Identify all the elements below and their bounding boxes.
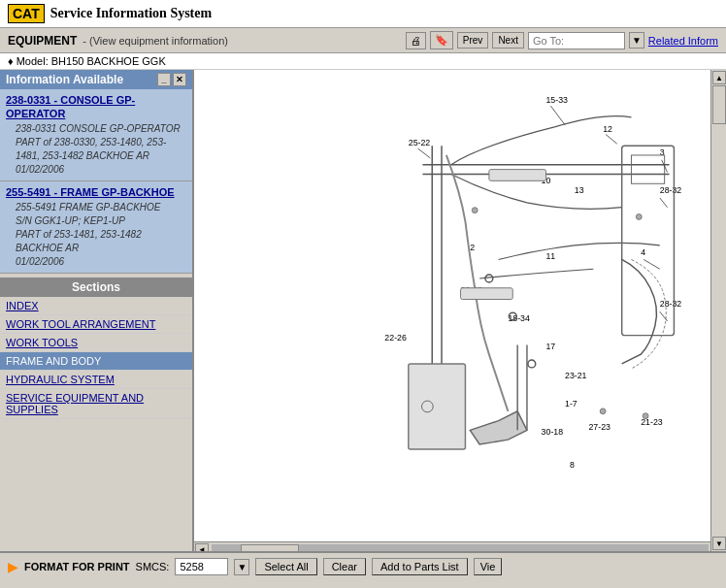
horizontal-scrollbar[interactable]: ◄ ►: [194, 541, 726, 551]
item2-detail-text: 255-5491 FRAME GP-BACKHOE: [16, 202, 161, 212]
svg-text:15-33: 15-33: [546, 95, 569, 105]
diagram-container[interactable]: 15-33 12 3 25-22 10 13 28-32 2 11 20-32 …: [194, 70, 726, 541]
svg-text:28-32: 28-32: [660, 299, 682, 309]
item2-part-of: PART of 253-1481, 253-1482 BACKHOE AR: [16, 229, 142, 253]
next-button[interactable]: Next: [492, 32, 524, 49]
nav-index[interactable]: INDEX: [0, 297, 192, 315]
svg-point-41: [600, 408, 606, 414]
item2-sn: S/N GGK1-UP; KEP1-UP: [16, 215, 125, 226]
nav-work-tool-arrangement[interactable]: WORK TOOL ARRANGEMENT: [0, 315, 192, 334]
toolbar: EQUIPMENT - (View equipment information)…: [0, 28, 726, 53]
minimize-btn[interactable]: _: [157, 73, 171, 86]
equipment-label: EQUIPMENT: [8, 34, 77, 48]
parts-diagram: 15-33 12 3 25-22 10 13 28-32 2 11 20-32 …: [194, 70, 689, 487]
svg-text:25-22: 25-22: [409, 138, 431, 147]
goto-dropdown-btn[interactable]: ▼: [629, 32, 644, 49]
prev-button[interactable]: Prev: [457, 32, 489, 49]
svg-rect-31: [409, 364, 466, 449]
svg-text:21-23: 21-23: [641, 417, 663, 427]
svg-point-38: [472, 208, 478, 213]
model-row: ♦ Model: BH150 BACKHOE GGK: [0, 53, 726, 70]
svg-text:17: 17: [546, 342, 556, 351]
svg-text:18-34: 18-34: [508, 313, 530, 323]
print-icon-btn[interactable]: 🖨: [406, 32, 426, 49]
scroll-down-btn[interactable]: ▼: [712, 537, 726, 550]
item2-date: 01/02/2006: [16, 256, 64, 267]
view-button[interactable]: Vie: [474, 558, 503, 575]
item1-detail-text: 238-0331 CONSOLE GP-OPERATOR: [16, 123, 181, 134]
item2-detail: 255-5491 FRAME GP-BACKHOE S/N GGK1-UP; K…: [6, 201, 186, 269]
svg-text:2: 2: [470, 243, 475, 252]
nav-work-tools[interactable]: WORK TOOLS: [0, 334, 192, 352]
svg-text:4: 4: [641, 247, 645, 257]
item1-link[interactable]: 238-0331 - CONSOLE GP-OPERATOR: [6, 94, 135, 119]
add-to-parts-button[interactable]: Add to Parts List: [372, 558, 468, 575]
bottom-bar: ▶ FORMAT FOR PRINT SMCS: ▼ Select All Cl…: [0, 551, 726, 580]
svg-text:22-26: 22-26: [384, 333, 407, 343]
v-scroll-thumb[interactable]: [712, 85, 726, 124]
vertical-scrollbar[interactable]: ▲ ▼: [710, 70, 726, 551]
model-prefix: ♦ Model:: [8, 55, 49, 67]
item1-part-of: PART of 238-0330, 253-1480, 253-1481, 25…: [16, 137, 166, 161]
smcs-dropdown-btn[interactable]: ▼: [234, 559, 249, 575]
nav-service-equip[interactable]: SERVICE EQUIPMENT AND SUPPLIES: [0, 389, 192, 419]
right-panel: 15-33 12 3 25-22 10 13 28-32 2 11 20-32 …: [194, 70, 726, 551]
goto-input[interactable]: [528, 32, 625, 49]
svg-text:8: 8: [570, 460, 575, 470]
svg-text:28-32: 28-32: [660, 185, 682, 195]
view-info-text: - (View equipment information): [82, 35, 228, 47]
main-content: Information Available _ ✕ 238-0331 - CON…: [0, 70, 726, 551]
info-item-2: 255-5491 - FRAME GP-BACKHOE 255-5491 FRA…: [0, 181, 192, 274]
bookmark-icon-btn[interactable]: 🔖: [430, 31, 453, 49]
panel-close-btns: _ ✕: [157, 73, 186, 86]
svg-text:11: 11: [546, 251, 556, 261]
svg-text:12: 12: [603, 124, 612, 134]
cat-logo: CAT: [8, 4, 45, 23]
item1-detail: 238-0331 CONSOLE GP-OPERATOR PART of 238…: [6, 122, 186, 177]
system-title: Service Information System: [50, 6, 212, 21]
header: CAT Service Information System: [0, 0, 726, 28]
panel-header: Information Available _ ✕: [0, 70, 192, 89]
related-info-link[interactable]: Related Inform: [648, 35, 718, 47]
svg-text:13: 13: [575, 185, 584, 195]
nav-frame-body[interactable]: FRAME AND BODY: [0, 352, 192, 371]
h-scroll-thumb[interactable]: [241, 544, 299, 552]
clear-button[interactable]: Clear: [323, 558, 366, 575]
svg-text:1-7: 1-7: [565, 399, 578, 408]
h-scroll-track[interactable]: [212, 544, 709, 552]
left-panel: Information Available _ ✕ 238-0331 - CON…: [0, 70, 194, 551]
smcs-input[interactable]: [175, 558, 228, 575]
nav-hydraulic[interactable]: HYDRAULIC SYSTEM: [0, 371, 192, 389]
svg-rect-29: [489, 170, 546, 181]
scroll-up-btn[interactable]: ▲: [712, 71, 726, 84]
svg-point-40: [643, 413, 648, 419]
close-btn[interactable]: ✕: [173, 73, 186, 86]
orange-indicator: ▶: [8, 559, 18, 574]
info-item-1: 238-0331 - CONSOLE GP-OPERATOR 238-0331 …: [0, 89, 192, 181]
select-all-button[interactable]: Select All: [255, 558, 316, 575]
svg-point-39: [636, 214, 642, 220]
model-value: BH150 BACKHOE GGK: [51, 55, 166, 67]
svg-text:27-23: 27-23: [588, 422, 610, 432]
item2-link[interactable]: 255-5491 - FRAME GP-BACKHOE: [6, 186, 175, 198]
format-label: FORMAT FOR PRINT: [24, 561, 130, 572]
svg-rect-30: [461, 288, 513, 300]
panel-title: Information Available: [6, 73, 123, 86]
svg-text:3: 3: [660, 147, 665, 157]
toolbar-icons: 🖨 🔖 Prev Next ▼ Related Inform: [406, 31, 718, 49]
item1-date: 01/02/2006: [16, 164, 64, 175]
svg-text:30-18: 30-18: [542, 427, 564, 437]
sections-header: Sections: [0, 278, 192, 297]
smcs-label: SMCS:: [136, 561, 170, 572]
scroll-left-btn[interactable]: ◄: [195, 543, 209, 552]
svg-text:23-21: 23-21: [565, 371, 587, 380]
